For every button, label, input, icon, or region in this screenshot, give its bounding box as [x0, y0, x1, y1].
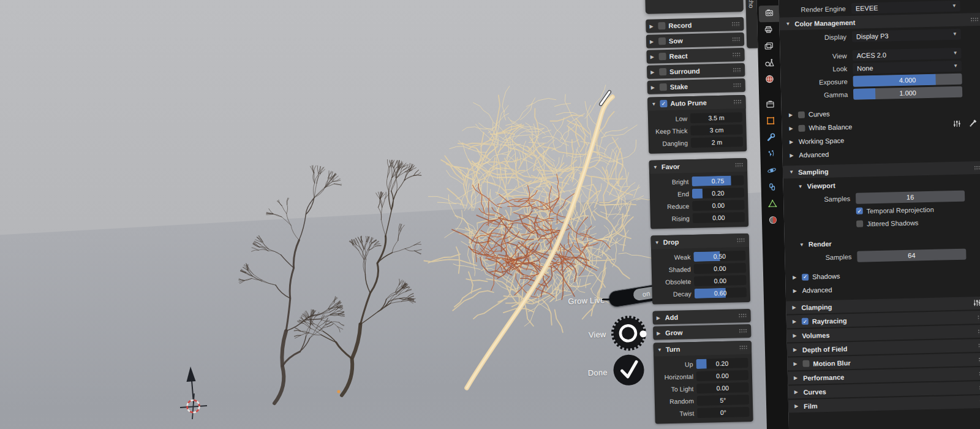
properties-tab-physics[interactable]	[761, 163, 783, 180]
properties-tab-particles[interactable]	[760, 146, 783, 164]
chevron-right-icon: ▶	[657, 330, 662, 336]
slider-fill	[692, 189, 703, 199]
done-button[interactable]	[612, 352, 647, 390]
checkbox-stake[interactable]	[660, 83, 667, 91]
field-label: Twist	[658, 409, 694, 417]
properties-tab-scene[interactable]	[758, 55, 781, 72]
drag-grip-icon[interactable]	[732, 37, 741, 42]
sidebar-tab-surface-psycho[interactable]: Surface Psycho	[745, 0, 758, 48]
render-engine-dropdown[interactable]: EEVEE ▼	[851, 0, 960, 13]
field-twist[interactable]: 0°	[697, 407, 749, 418]
properties-tab-view-layer[interactable]	[758, 39, 780, 56]
drag-grip-icon[interactable]	[733, 83, 742, 88]
checkbox-curves[interactable]	[798, 111, 805, 118]
drag-grip-icon[interactable]	[739, 345, 748, 350]
properties-tab-modifiers[interactable]	[760, 130, 782, 147]
field-to-light[interactable]: 0.00	[696, 382, 748, 393]
field-samples[interactable]: 16	[856, 190, 965, 203]
drag-grip-icon[interactable]	[731, 21, 740, 26]
checkbox-record[interactable]	[658, 22, 665, 29]
eyedropper-icon[interactable]	[968, 118, 978, 129]
field-value: 0.00	[714, 265, 726, 272]
panel-section-sow: ▶Sow	[646, 32, 744, 48]
checkbox-temporal-reprojection[interactable]: ✓	[856, 208, 863, 214]
drag-grip-icon[interactable]	[978, 314, 980, 319]
dropdown-view[interactable]: ACES 2.0▼	[852, 47, 961, 61]
field-label: To Light	[658, 385, 693, 393]
section-header-add[interactable]: ▶Add	[652, 309, 750, 325]
drag-grip-icon[interactable]	[739, 328, 747, 333]
field-low[interactable]: 3.5 m	[690, 112, 742, 123]
drag-grip-icon[interactable]	[739, 313, 747, 318]
dropdown-look[interactable]: None▼	[853, 60, 962, 74]
drag-grip-icon[interactable]	[978, 328, 980, 333]
chevron-right-icon: ▶	[790, 139, 795, 145]
drag-grip-icon[interactable]	[732, 52, 741, 57]
drag-grip-icon[interactable]	[735, 162, 744, 167]
render-engine-label: Render Engine	[779, 4, 851, 13]
section-header-grow[interactable]: ▶Grow	[653, 324, 751, 340]
properties-tab-object[interactable]	[760, 113, 782, 131]
subpanel-title: Working Space	[799, 137, 845, 145]
checkbox-surround[interactable]	[659, 68, 666, 75]
chevron-down-icon: ▼	[952, 3, 957, 9]
field-random[interactable]: 5°	[697, 395, 749, 406]
field-bright[interactable]: 0.75	[692, 175, 744, 186]
field-up[interactable]: 0.20	[696, 358, 748, 369]
field-value: 0.00	[712, 202, 725, 209]
section-header-surround[interactable]: ▶Surround	[647, 63, 745, 79]
checkbox-motion-blur[interactable]	[802, 360, 809, 367]
drag-grip-icon[interactable]	[970, 17, 979, 21]
field-row-decay: Decay0.60	[656, 286, 747, 300]
bare-tree-center[interactable]	[294, 159, 421, 395]
drag-grip-icon[interactable]	[977, 300, 980, 305]
adjust-sliders-icon[interactable]	[952, 119, 962, 130]
drag-grip-icon[interactable]	[737, 238, 745, 243]
drag-grip-icon[interactable]	[974, 165, 980, 170]
field-keep-thick[interactable]: 3 cm	[690, 124, 742, 135]
field-label: End	[654, 190, 689, 198]
field-obsolete[interactable]: 0.00	[694, 275, 746, 286]
properties-tab-output[interactable]	[757, 22, 780, 39]
check-label: Jittered Shadows	[867, 219, 919, 227]
properties-tab-collection[interactable]	[759, 97, 782, 114]
field-decay[interactable]: 0.60	[695, 287, 747, 298]
properties-tab-world[interactable]	[758, 72, 781, 89]
subsection-title: Viewport	[807, 182, 836, 190]
dropdown-display[interactable]: Display P3▼	[852, 28, 961, 42]
field-rising[interactable]: 0.00	[693, 212, 745, 223]
field-dangling[interactable]: 2 m	[691, 137, 743, 148]
field-samples[interactable]: 64	[857, 248, 966, 262]
check-label: Temporal Reprojection	[866, 205, 933, 214]
output-icon	[763, 24, 773, 36]
checkbox-auto-prune[interactable]: ✓	[660, 100, 667, 107]
properties-tab-material[interactable]	[762, 213, 785, 230]
properties-tab-constraints[interactable]	[761, 180, 783, 197]
field-horizontal[interactable]: 0.00	[696, 370, 748, 381]
drag-grip-icon[interactable]	[733, 67, 741, 72]
properties-tab-data[interactable]	[761, 196, 784, 213]
section-header-record[interactable]: ▶Record	[646, 17, 744, 33]
field-shaded[interactable]: 0.00	[694, 263, 746, 274]
slider-exposure[interactable]: 4.000	[853, 73, 962, 86]
chevron-right-icon: ▶	[794, 389, 799, 395]
field-end[interactable]: 0.20	[692, 188, 744, 199]
field-value: 0.50	[713, 252, 726, 260]
checkbox-react[interactable]	[658, 53, 666, 60]
checkbox-shadows[interactable]: ✓	[802, 273, 809, 280]
field-reduce[interactable]: 0.00	[692, 200, 744, 211]
checkbox-jittered-shadows[interactable]	[856, 221, 863, 227]
checkbox-white-balance[interactable]	[798, 124, 805, 131]
section-header-stake[interactable]: ▶Stake	[647, 78, 745, 94]
section-header-react[interactable]: ▶React	[646, 48, 744, 64]
slider-gamma[interactable]: 1.000	[853, 86, 962, 99]
checkbox-raytracing[interactable]: ✓	[802, 318, 809, 325]
section-header-sow[interactable]: ▶Sow	[646, 32, 744, 48]
properties-tab-render[interactable]	[759, 6, 780, 23]
field-weak[interactable]: 0.50	[693, 251, 745, 262]
section-title: React	[669, 51, 729, 60]
checkbox-sow[interactable]	[658, 37, 666, 45]
drag-grip-icon[interactable]	[733, 99, 742, 104]
section-title: Film	[804, 402, 818, 410]
bare-tree-left[interactable]	[239, 165, 345, 403]
